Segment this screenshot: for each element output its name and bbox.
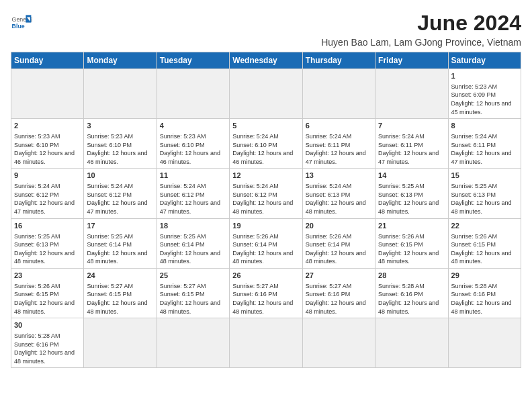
day-number: 21 [378, 221, 445, 231]
calendar-cell-5-1 [84, 318, 157, 368]
day-number: 30 [14, 320, 81, 330]
day-info: Sunrise: 5:25 AM Sunset: 6:13 PM Dayligh… [14, 232, 81, 266]
day-number: 12 [232, 171, 299, 181]
calendar-cell-5-0: 30Sunrise: 5:28 AM Sunset: 6:16 PM Dayli… [11, 318, 84, 368]
col-header-sunday: Sunday [11, 52, 84, 69]
day-info: Sunrise: 5:27 AM Sunset: 6:15 PM Dayligh… [87, 282, 153, 316]
day-number: 29 [451, 271, 518, 281]
calendar-cell-0-6: 1Sunrise: 5:23 AM Sunset: 6:09 PM Daylig… [448, 69, 521, 119]
calendar-cell-3-4: 20Sunrise: 5:26 AM Sunset: 6:14 PM Dayli… [302, 218, 375, 268]
day-info: Sunrise: 5:25 AM Sunset: 6:14 PM Dayligh… [160, 232, 226, 266]
calendar-cell-0-0 [11, 69, 84, 119]
day-info: Sunrise: 5:27 AM Sunset: 6:16 PM Dayligh… [306, 282, 372, 316]
day-number: 27 [306, 271, 372, 281]
calendar-cell-1-2: 4Sunrise: 5:23 AM Sunset: 6:10 PM Daylig… [157, 119, 229, 169]
day-info: Sunrise: 5:26 AM Sunset: 6:15 PM Dayligh… [14, 282, 81, 316]
day-info: Sunrise: 5:28 AM Sunset: 6:16 PM Dayligh… [451, 282, 518, 316]
logo: General Blue [11, 11, 32, 32]
svg-text:Blue: Blue [12, 23, 25, 30]
calendar-cell-2-4: 13Sunrise: 5:24 AM Sunset: 6:13 PM Dayli… [302, 169, 375, 218]
day-number: 18 [160, 221, 226, 231]
calendar-cell-2-1: 10Sunrise: 5:24 AM Sunset: 6:12 PM Dayli… [84, 169, 157, 218]
calendar-cell-0-3 [230, 69, 302, 119]
day-info: Sunrise: 5:28 AM Sunset: 6:16 PM Dayligh… [14, 332, 81, 365]
day-info: Sunrise: 5:23 AM Sunset: 6:10 PM Dayligh… [87, 132, 153, 166]
day-info: Sunrise: 5:24 AM Sunset: 6:10 PM Dayligh… [232, 132, 299, 166]
calendar-cell-4-5: 28Sunrise: 5:28 AM Sunset: 6:16 PM Dayli… [375, 268, 448, 318]
day-number: 25 [160, 271, 226, 281]
calendar-cell-1-3: 5Sunrise: 5:24 AM Sunset: 6:10 PM Daylig… [230, 119, 302, 169]
calendar-cell-3-5: 21Sunrise: 5:26 AM Sunset: 6:15 PM Dayli… [375, 218, 448, 268]
day-number: 24 [87, 271, 153, 281]
calendar-cell-4-6: 29Sunrise: 5:28 AM Sunset: 6:16 PM Dayli… [448, 268, 521, 318]
day-number: 22 [451, 221, 518, 231]
calendar-cell-0-4 [302, 69, 375, 119]
calendar-cell-5-6 [448, 318, 521, 368]
calendar-cell-4-4: 27Sunrise: 5:27 AM Sunset: 6:16 PM Dayli… [302, 268, 375, 318]
calendar-cell-5-4 [302, 318, 375, 368]
calendar-week-5: 30Sunrise: 5:28 AM Sunset: 6:16 PM Dayli… [11, 318, 521, 368]
calendar-cell-3-6: 22Sunrise: 5:26 AM Sunset: 6:15 PM Dayli… [448, 218, 521, 268]
col-header-wednesday: Wednesday [230, 52, 302, 69]
day-number: 15 [451, 171, 518, 181]
day-number: 5 [232, 121, 299, 131]
day-info: Sunrise: 5:26 AM Sunset: 6:14 PM Dayligh… [232, 232, 299, 266]
day-info: Sunrise: 5:23 AM Sunset: 6:10 PM Dayligh… [160, 132, 226, 166]
day-info: Sunrise: 5:26 AM Sunset: 6:15 PM Dayligh… [378, 232, 445, 266]
calendar-cell-2-2: 11Sunrise: 5:24 AM Sunset: 6:12 PM Dayli… [157, 169, 229, 218]
col-header-tuesday: Tuesday [157, 52, 229, 69]
header: General Blue June 2024 Huyen Bao Lam, La… [11, 11, 521, 48]
day-number: 17 [87, 221, 153, 231]
day-info: Sunrise: 5:24 AM Sunset: 6:11 PM Dayligh… [306, 132, 372, 166]
logo-icon: General Blue [11, 11, 32, 32]
calendar-cell-2-6: 15Sunrise: 5:25 AM Sunset: 6:13 PM Dayli… [448, 169, 521, 218]
calendar-cell-3-3: 19Sunrise: 5:26 AM Sunset: 6:14 PM Dayli… [230, 218, 302, 268]
calendar-cell-4-3: 26Sunrise: 5:27 AM Sunset: 6:16 PM Dayli… [230, 268, 302, 318]
day-number: 7 [378, 121, 445, 131]
calendar-cell-1-5: 7Sunrise: 5:24 AM Sunset: 6:11 PM Daylig… [375, 119, 448, 169]
day-number: 10 [87, 171, 153, 181]
day-info: Sunrise: 5:26 AM Sunset: 6:14 PM Dayligh… [306, 232, 372, 266]
subtitle: Huyen Bao Lam, Lam GJong Province, Vietn… [321, 37, 521, 48]
day-info: Sunrise: 5:25 AM Sunset: 6:13 PM Dayligh… [451, 182, 518, 216]
calendar-cell-5-3 [230, 318, 302, 368]
day-number: 20 [306, 221, 372, 231]
day-number: 4 [160, 121, 226, 131]
calendar-cell-5-2 [157, 318, 229, 368]
calendar-cell-0-5 [375, 69, 448, 119]
day-number: 14 [378, 171, 445, 181]
day-info: Sunrise: 5:23 AM Sunset: 6:10 PM Dayligh… [14, 132, 81, 166]
day-info: Sunrise: 5:23 AM Sunset: 6:09 PM Dayligh… [451, 83, 518, 116]
day-number: 19 [232, 221, 299, 231]
calendar-cell-2-5: 14Sunrise: 5:25 AM Sunset: 6:13 PM Dayli… [375, 169, 448, 218]
day-info: Sunrise: 5:24 AM Sunset: 6:11 PM Dayligh… [451, 132, 518, 166]
calendar-cell-0-1 [84, 69, 157, 119]
day-number: 2 [14, 121, 81, 131]
month-title: June 2024 [321, 11, 521, 36]
calendar-week-0: 1Sunrise: 5:23 AM Sunset: 6:09 PM Daylig… [11, 69, 521, 119]
day-number: 3 [87, 121, 153, 131]
day-info: Sunrise: 5:27 AM Sunset: 6:16 PM Dayligh… [232, 282, 299, 316]
calendar-cell-2-0: 9Sunrise: 5:24 AM Sunset: 6:12 PM Daylig… [11, 169, 84, 218]
day-number: 16 [14, 221, 81, 231]
day-info: Sunrise: 5:24 AM Sunset: 6:13 PM Dayligh… [306, 182, 372, 216]
calendar-cell-4-0: 23Sunrise: 5:26 AM Sunset: 6:15 PM Dayli… [11, 268, 84, 318]
calendar-cell-1-1: 3Sunrise: 5:23 AM Sunset: 6:10 PM Daylig… [84, 119, 157, 169]
day-number: 13 [306, 171, 372, 181]
calendar-week-4: 23Sunrise: 5:26 AM Sunset: 6:15 PM Dayli… [11, 268, 521, 318]
calendar-header-row: SundayMondayTuesdayWednesdayThursdayFrid… [11, 52, 521, 69]
col-header-monday: Monday [84, 52, 157, 69]
calendar-cell-1-0: 2Sunrise: 5:23 AM Sunset: 6:10 PM Daylig… [11, 119, 84, 169]
calendar-cell-3-2: 18Sunrise: 5:25 AM Sunset: 6:14 PM Dayli… [157, 218, 229, 268]
day-info: Sunrise: 5:26 AM Sunset: 6:15 PM Dayligh… [451, 232, 518, 266]
calendar-week-2: 9Sunrise: 5:24 AM Sunset: 6:12 PM Daylig… [11, 169, 521, 218]
calendar-cell-3-1: 17Sunrise: 5:25 AM Sunset: 6:14 PM Dayli… [84, 218, 157, 268]
day-info: Sunrise: 5:24 AM Sunset: 6:12 PM Dayligh… [14, 182, 81, 216]
day-number: 6 [306, 121, 372, 131]
col-header-thursday: Thursday [302, 52, 375, 69]
col-header-friday: Friday [375, 52, 448, 69]
day-number: 8 [451, 121, 518, 131]
calendar-cell-4-1: 24Sunrise: 5:27 AM Sunset: 6:15 PM Dayli… [84, 268, 157, 318]
day-info: Sunrise: 5:25 AM Sunset: 6:14 PM Dayligh… [87, 232, 153, 266]
day-info: Sunrise: 5:24 AM Sunset: 6:12 PM Dayligh… [160, 182, 226, 216]
